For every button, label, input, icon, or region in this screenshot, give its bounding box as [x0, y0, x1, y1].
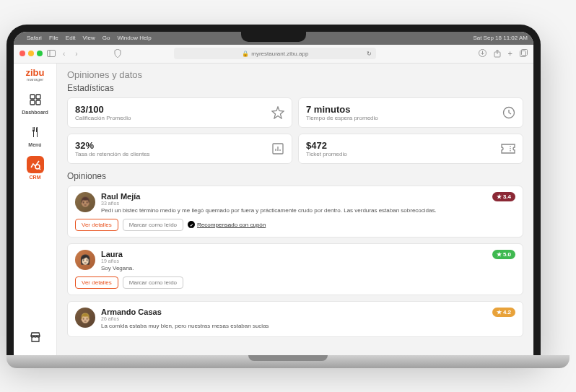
address-bar[interactable]: 🔒 myrestaurant.zibu.app ↻: [174, 48, 376, 59]
svg-rect-6: [30, 95, 35, 99]
stat-label: Calificación Promedio: [75, 115, 131, 121]
stat-label: Tiempo de espera promedio: [306, 115, 378, 121]
browser-toolbar: ‹ › 🔒 myrestaurant.zibu.app ↻ +: [14, 45, 533, 64]
svg-rect-8: [30, 100, 35, 105]
main-content: Opiniones y datos Estadísticas 83/100 Ca…: [57, 64, 533, 355]
reviews-heading: Opiniones: [67, 171, 523, 181]
sidebar: zibu manager Dashboard Menú: [14, 64, 57, 355]
logo: zibu manager: [26, 68, 45, 82]
ticket-icon: [501, 144, 515, 154]
clock-icon: [502, 106, 515, 119]
lock-icon: 🔒: [242, 51, 249, 57]
sidebar-item-store[interactable]: [14, 325, 56, 349]
stat-label: Tasa de retención de clientes: [75, 151, 150, 157]
svg-rect-4: [520, 51, 526, 57]
reviewer-age: 26 años: [101, 316, 515, 321]
maximize-icon[interactable]: [37, 51, 43, 56]
svg-point-10: [35, 165, 40, 169]
menu-edit[interactable]: Edit: [66, 35, 76, 41]
stat-label: Ticket promedio: [306, 151, 347, 157]
menu-go[interactable]: Go: [102, 35, 110, 41]
menu-file[interactable]: File: [49, 35, 58, 41]
mark-read-button[interactable]: Marcar como leído: [123, 219, 183, 231]
review-card: 3.4 👨🏽 Raul Mejía 33 años Pedí un bistec…: [67, 186, 523, 238]
tabs-icon[interactable]: [520, 49, 528, 58]
store-icon: [27, 328, 44, 346]
sidebar-item-label: Menú: [28, 142, 41, 147]
close-icon[interactable]: [19, 51, 25, 56]
sidebar-item-dashboard[interactable]: Dashboard: [14, 87, 56, 118]
download-icon[interactable]: [479, 49, 486, 58]
sidebar-item-menu[interactable]: Menú: [14, 120, 56, 151]
sidebar-toggle-icon[interactable]: [47, 50, 56, 57]
utensils-icon: [27, 123, 44, 141]
svg-rect-7: [36, 95, 40, 99]
dashboard-icon: [27, 91, 44, 108]
avatar: 👨🏼: [75, 308, 95, 328]
stat-card-retention: 32% Tasa de retención de clientes: [67, 134, 292, 164]
svg-rect-5: [522, 50, 528, 56]
stat-card-wait: 7 minutos Tiempo de espera promedio: [298, 97, 523, 128]
clock: Sat Sep 18 11:02 AM: [473, 35, 528, 41]
new-tab-icon[interactable]: +: [508, 49, 512, 58]
minimize-icon[interactable]: [28, 51, 34, 56]
page-title: Opiniones y datos: [67, 69, 523, 80]
view-details-button[interactable]: Ver detalles: [75, 219, 118, 231]
review-text: Pedí un bistec término medio y me llegó …: [101, 207, 515, 214]
sidebar-item-crm[interactable]: CRM: [14, 152, 56, 183]
back-button[interactable]: ‹: [60, 50, 68, 58]
forward-button[interactable]: ›: [72, 50, 80, 58]
review-card: 5.0 👩🏻 Laura 19 años Soy Vegana. Ver det…: [67, 243, 523, 295]
svg-rect-9: [36, 100, 40, 105]
review-text: La comida estaba muy bien, pero nuestras…: [101, 323, 515, 330]
bar-chart-icon: [271, 142, 284, 155]
avatar: 👩🏻: [75, 250, 95, 270]
sidebar-item-label: CRM: [30, 175, 41, 180]
rating-badge: 5.0: [492, 250, 515, 259]
view-details-button[interactable]: Ver detalles: [75, 276, 118, 289]
review-card: 4.2 👨🏼 Armando Casas 26 años La comida e…: [67, 301, 523, 336]
stat-value: 32%: [75, 140, 150, 151]
reviewer-age: 19 años: [101, 258, 515, 263]
menu-window[interactable]: Window Help: [117, 35, 151, 41]
url-text: myrestaurant.zibu.app: [251, 51, 308, 57]
rating-badge: 3.4: [492, 192, 515, 201]
reviewer-name: Laura: [101, 250, 515, 258]
share-icon[interactable]: [494, 49, 501, 58]
analytics-icon: [27, 156, 44, 173]
stat-value: 7 minutos: [306, 104, 378, 115]
refresh-icon[interactable]: ↻: [367, 51, 372, 57]
star-icon: [271, 106, 284, 119]
avatar: 👨🏽: [75, 192, 95, 212]
stat-card-ticket: $472 Ticket promedio: [298, 134, 523, 164]
window-controls[interactable]: [19, 51, 43, 56]
stat-card-rating: 83/100 Calificación Promedio: [67, 97, 292, 128]
review-text: Soy Vegana.: [101, 265, 515, 272]
stats-heading: Estadísticas: [67, 83, 523, 93]
menu-safari[interactable]: Safari: [27, 35, 42, 41]
reviewer-name: Raul Mejía: [101, 192, 515, 201]
stat-value: $472: [306, 140, 347, 151]
stat-value: 83/100: [75, 104, 131, 115]
rewarded-label[interactable]: Recompensado con cupón: [188, 221, 266, 228]
mark-read-button[interactable]: Marcar como leído: [123, 276, 183, 289]
rating-badge: 4.2: [492, 308, 515, 317]
reviewer-age: 33 años: [101, 201, 515, 206]
svg-rect-0: [48, 51, 56, 57]
shield-icon[interactable]: [114, 49, 121, 58]
sidebar-item-label: Dashboard: [22, 110, 48, 115]
menu-view[interactable]: View: [83, 35, 95, 41]
reviewer-name: Armando Casas: [101, 308, 515, 316]
